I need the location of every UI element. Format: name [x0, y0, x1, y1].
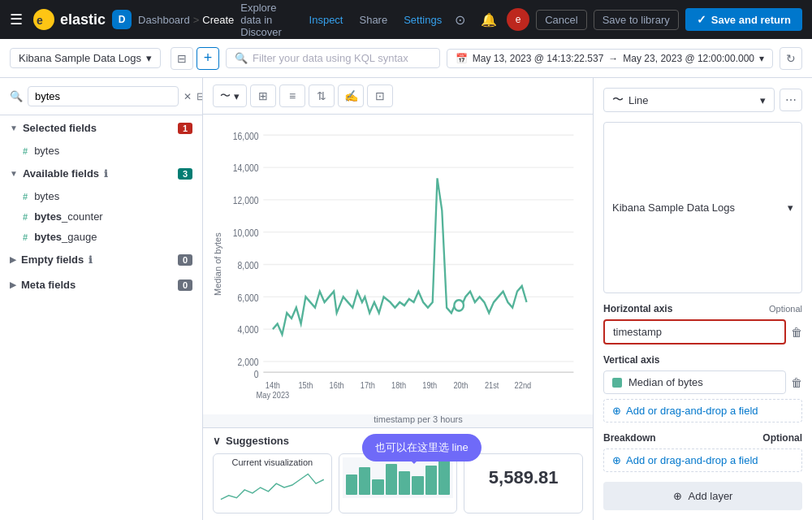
filter-actions: ⊟ +: [171, 47, 219, 70]
empty-fields-count: 0: [178, 254, 192, 266]
chart-tool-table[interactable]: ⊞: [250, 84, 276, 107]
svg-text:12,000: 12,000: [233, 196, 259, 206]
calendar-icon: 📅: [456, 53, 468, 64]
available-field-bytes[interactable]: # bytes: [0, 186, 202, 206]
field-type-icon: #: [23, 146, 28, 156]
available-chevron-icon: ▼: [10, 169, 18, 178]
svg-text:21st: 21st: [485, 381, 499, 391]
hamburger-button[interactable]: ☰: [10, 11, 23, 28]
cancel-button[interactable]: Cancel: [536, 10, 586, 30]
delete-horizontal-icon[interactable]: 🗑: [791, 326, 802, 339]
svg-text:14,000: 14,000: [233, 163, 259, 174]
svg-text:18th: 18th: [391, 381, 406, 391]
add-vertical-field-button[interactable]: ⊕ Add or drag-and-drop a field: [603, 399, 802, 422]
viz-type-label: Line: [628, 94, 649, 106]
horizontal-axis-optional: Optional: [769, 304, 802, 314]
delete-vertical-icon[interactable]: 🗑: [791, 376, 802, 389]
available-fields-count: 3: [178, 168, 192, 180]
vertical-axis-field[interactable]: Median of bytes: [603, 370, 786, 394]
meta-fields-label-group: ▶ Meta fields: [10, 279, 76, 291]
svg-text:e: e: [37, 14, 43, 27]
bar: [372, 479, 383, 495]
bar: [359, 467, 370, 495]
viz-type-row: 〜 Line ▾ ⋯: [603, 88, 802, 112]
add-field-label: Add or drag-and-drop a field: [626, 405, 758, 417]
meta-fields-section-header[interactable]: ▶ Meta fields 0: [0, 272, 202, 297]
filters-icon[interactable]: ⊟: [171, 47, 193, 70]
nav-link-inspect[interactable]: Inspect: [309, 14, 343, 26]
breakdown-section: Breakdown Optional ⊕ Add or drag-and-dro…: [603, 432, 802, 472]
chart-type-dropdown[interactable]: 〜 ▾: [213, 84, 247, 107]
nav-link-explore[interactable]: Explore data in Discover: [240, 2, 292, 38]
data-source-panel[interactable]: Kibana Sample Data Logs ▾: [603, 122, 802, 293]
add-layer-label: Add layer: [689, 490, 733, 502]
center-area: 〜 ▾ ⊞ ≡ ⇅ ✍ ⊡ Median of bytes: [203, 78, 593, 520]
left-sidebar: 🔍 ✕ ⊟ 0 ▼ Selected fields 1 # bytes: [0, 78, 203, 520]
meta-fields-count: 0: [178, 280, 192, 291]
bar: [386, 464, 397, 495]
more-options-button[interactable]: ⋯: [780, 89, 802, 111]
add-breakdown-field-button[interactable]: ⊕ Add or drag-and-drop a field: [603, 448, 802, 472]
save-return-button[interactable]: ✓ Save and return: [685, 8, 802, 31]
svg-text:16,000: 16,000: [233, 131, 259, 141]
green-square-icon: [612, 378, 622, 388]
field-type-icon: #: [23, 232, 28, 242]
tooltip-balloon: 也可以在这里选 line: [362, 434, 482, 462]
svg-text:19th: 19th: [422, 381, 437, 391]
selected-fields-label: Selected fields: [23, 122, 97, 134]
date-range-picker[interactable]: 📅 May 13, 2023 @ 14:13:22.537 → May 23, …: [447, 49, 773, 68]
svg-text:6,000: 6,000: [237, 292, 258, 303]
empty-fields-section-header[interactable]: ▶ Empty fields ℹ 0: [0, 247, 202, 272]
available-field-bytes-gauge[interactable]: # bytes_gauge: [0, 227, 202, 247]
add-breakdown-label: Add or drag-and-drop a field: [626, 454, 758, 466]
suggestion-card-current[interactable]: Current visualization: [213, 453, 332, 514]
chart-tool-extra[interactable]: ⊡: [367, 84, 393, 107]
chart-tool-switch[interactable]: ⇅: [309, 84, 335, 107]
svg-text:8,000: 8,000: [237, 260, 258, 271]
svg-text:20th: 20th: [453, 381, 468, 391]
sidebar-sections: ▼ Selected fields 1 # bytes ▼ Available …: [0, 115, 202, 520]
filter-icon[interactable]: ⊟: [197, 90, 203, 102]
data-source-selector[interactable]: Kibana Sample Data Logs ▾: [10, 48, 161, 68]
main-layout: 🔍 ✕ ⊟ 0 ▼ Selected fields 1 # bytes: [0, 78, 812, 520]
add-layer-button[interactable]: ⊕ Add layer: [603, 482, 802, 510]
field-search-input[interactable]: [28, 86, 179, 106]
viz-type-selector[interactable]: 〜 Line ▾: [603, 88, 775, 112]
notifications-icon[interactable]: 🔔: [477, 8, 500, 31]
selected-fields-label-group: ▼ Selected fields: [10, 122, 97, 134]
field-name-bytes: bytes: [34, 145, 59, 157]
empty-fields-label-group: ▶ Empty fields ℹ: [10, 254, 93, 266]
available-field-bytes-counter[interactable]: # bytes_counter: [0, 206, 202, 227]
chart-tool-bar[interactable]: ≡: [279, 84, 305, 107]
empty-fields-info-icon: ℹ: [89, 254, 93, 266]
meta-chevron-icon: ▶: [10, 280, 16, 289]
suggestion-card-bar[interactable]: [339, 453, 458, 514]
user-avatar[interactable]: e: [507, 8, 529, 31]
field-type-icon: #: [23, 212, 28, 222]
line-chart-icon: 〜: [220, 89, 231, 103]
suggestion-card-number[interactable]: 5,589.81: [464, 453, 583, 514]
svg-text:4,000: 4,000: [237, 325, 258, 336]
kql-filter-input[interactable]: 🔍 Filter your data using KQL syntax: [226, 48, 440, 68]
help-icon[interactable]: ⊙: [448, 8, 471, 31]
selected-field-bytes[interactable]: # bytes: [0, 141, 202, 161]
available-fields-section-header[interactable]: ▼ Available fields ℹ 3: [0, 161, 202, 186]
refresh-button[interactable]: ↻: [780, 47, 802, 70]
save-library-button[interactable]: Save to library: [594, 10, 679, 30]
plus-icon: ⊕: [612, 405, 621, 417]
nav-link-settings[interactable]: Settings: [404, 14, 442, 26]
suggestion-card-inner: 5,589.81: [464, 454, 582, 501]
svg-text:22nd: 22nd: [515, 381, 532, 391]
selected-fields-section-header[interactable]: ▼ Selected fields 1: [0, 115, 202, 141]
breakdown-label-text: Breakdown: [603, 432, 656, 444]
chart-tool-annotate[interactable]: ✍: [338, 84, 364, 107]
vertical-axis-label: Vertical axis: [603, 354, 802, 366]
clear-search-icon[interactable]: ✕: [184, 91, 192, 102]
chevron-down-icon: ▾: [146, 52, 152, 64]
horizontal-axis-field[interactable]: timestamp: [603, 319, 786, 344]
add-filter-button[interactable]: +: [197, 47, 219, 70]
bar: [425, 466, 437, 495]
nav-link-share[interactable]: Share: [359, 14, 387, 26]
breadcrumb-dashboard[interactable]: Dashboard: [138, 14, 190, 26]
suggestions-cards: Current visualization: [213, 453, 583, 514]
